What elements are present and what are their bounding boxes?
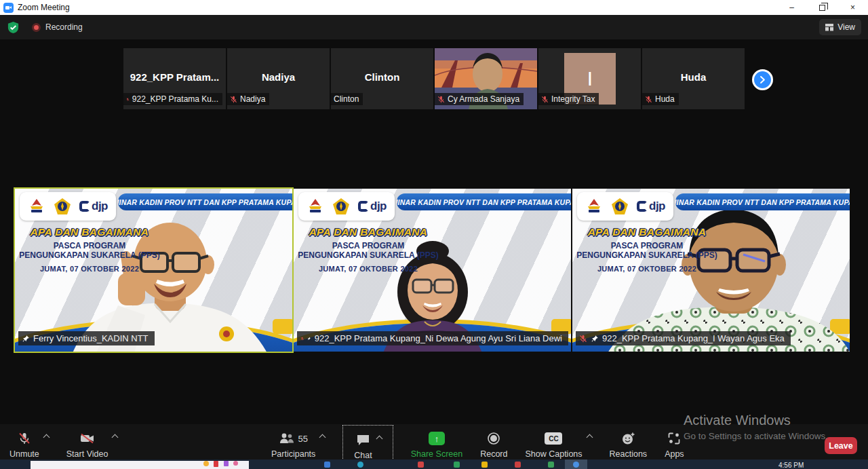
- recording-label: Recording: [45, 22, 83, 32]
- captions-options-caret[interactable]: [586, 434, 593, 441]
- djp-logo: djp: [637, 200, 665, 213]
- meeting-toolbar: Unmute Start Video: [0, 424, 868, 459]
- participant-name: Huda: [642, 71, 745, 83]
- close-button[interactable]: ×: [837, 0, 868, 15]
- kemenkeu-logo: [332, 198, 350, 215]
- restore-button[interactable]: [807, 0, 837, 15]
- mic-muted-icon: [541, 96, 549, 103]
- windows-taskbar[interactable]: 4:56 PM: [0, 459, 868, 469]
- seminar-banner: SEMINAR KADIN PROV NTT DAN KPP PRATAMA K…: [118, 193, 292, 210]
- overlay-heading: APA DAN BAGAIMANA: [575, 226, 719, 238]
- participants-count: 55: [298, 434, 307, 444]
- thumbnail-cy-armada[interactable]: Cy Armada Sanjaya: [435, 48, 537, 109]
- mic-muted-icon: [126, 96, 130, 103]
- start-video-button[interactable]: Start Video: [66, 424, 108, 459]
- chat-focus-ring: Chat: [342, 425, 393, 463]
- participant-label: Integrity Tax: [538, 93, 599, 105]
- participants-options-caret[interactable]: [319, 434, 326, 441]
- confetti-icon: [214, 461, 218, 467]
- record-icon: [487, 432, 500, 445]
- taskbar-app-icon[interactable]: [418, 462, 424, 468]
- taskbar-app-icon[interactable]: [454, 462, 460, 468]
- window-title: Zoom Meeting: [18, 3, 70, 12]
- chat-options-caret[interactable]: [376, 436, 382, 443]
- leave-button[interactable]: Leave: [825, 437, 857, 454]
- overlay-date: JUMAT, 07 OKTOBER 2022: [575, 265, 719, 273]
- djp-logo-mark: [637, 201, 648, 212]
- participant-name: Nadiya: [227, 71, 330, 83]
- taskbar-app-icon[interactable]: [324, 462, 330, 468]
- taskbar-app-icon[interactable]: [548, 462, 554, 468]
- thumbnail-integrity-tax[interactable]: I Integrity Tax: [538, 48, 641, 109]
- recording-icon: [32, 23, 41, 32]
- djp-logo-mark: [79, 201, 90, 212]
- minimize-button[interactable]: –: [776, 0, 807, 15]
- thumbnail-922-kpp[interactable]: 922_KPP Pratam... 922_KPP Pratama Ku...: [123, 48, 226, 109]
- thumbnail-clinton[interactable]: Clinton Clinton: [331, 48, 433, 109]
- participant-label: 922_KPP Pratama Kupang_I Wayan Agus Eka: [576, 331, 791, 345]
- participants-icon: [279, 432, 295, 445]
- taskbar-app-icon[interactable]: [357, 462, 363, 468]
- participant-label: Nadiya: [227, 93, 269, 105]
- recording-indicator[interactable]: Recording: [32, 22, 83, 32]
- mic-muted-icon: [300, 335, 304, 343]
- apps-icon: [667, 432, 681, 445]
- overlay-line1: PASCA PROGRAM: [575, 241, 719, 250]
- participant-name: Clinton: [331, 71, 433, 83]
- share-screen-icon: ↑: [429, 432, 445, 445]
- taskbar-app-icon[interactable]: [515, 462, 521, 468]
- camera-off-icon: [79, 432, 96, 445]
- unmute-button[interactable]: Unmute: [9, 424, 39, 459]
- kemenkeu-logo: [611, 198, 629, 215]
- confetti-icon: [224, 461, 229, 466]
- participant-name: 922_KPP Pratam...: [123, 71, 226, 83]
- pin-icon: [22, 335, 30, 343]
- apps-button[interactable]: Apps: [665, 424, 684, 459]
- video-tile-dewi[interactable]: djp SEMINAR KADIN PROV NTT DAN KPP PRATA…: [294, 189, 571, 352]
- logo-panel: djp: [20, 192, 116, 221]
- view-grid-icon: [825, 24, 833, 31]
- overlay-date: JUMAT, 07 OKTOBER 2022: [18, 265, 161, 273]
- chevron-right-icon: [758, 75, 767, 84]
- zoom-meeting-window: Zoom Meeting – × Recording View 922_KPP …: [0, 0, 868, 469]
- chat-icon: [356, 434, 370, 447]
- taskbar-clock[interactable]: 4:56 PM: [778, 462, 804, 469]
- encryption-shield-icon[interactable]: [7, 21, 20, 34]
- reactions-button[interactable]: Reactions: [610, 424, 648, 459]
- participants-button[interactable]: 55 Participants: [271, 424, 315, 459]
- reactions-icon: [621, 432, 635, 446]
- thumbnail-huda[interactable]: Huda Huda: [642, 48, 745, 109]
- video-tile-ferry[interactable]: djp SEMINAR KADIN PROV NTT DAN KPP PRATA…: [15, 189, 292, 352]
- overlay-line2: PENGUNGKAPAN SUKARELA (PPS): [296, 250, 440, 260]
- show-captions-button[interactable]: CC Show Captions: [525, 424, 582, 459]
- zoom-app-icon: [3, 3, 14, 13]
- overlay-line2: PENGUNGKAPAN SUKARELA (PPS): [18, 250, 161, 260]
- taskbar-app-icon[interactable]: [481, 462, 488, 468]
- overlay-heading: APA DAN BAGAIMANA: [18, 226, 161, 238]
- overlay-line2: PENGUNGKAPAN SUKARELA (PPS): [575, 250, 719, 260]
- participant-label: Cy Armada Sanjaya: [435, 93, 524, 105]
- mic-muted-icon: [437, 96, 445, 103]
- logo-panel: djp: [298, 192, 395, 221]
- next-page-button[interactable]: [752, 69, 773, 90]
- djp-logo-mark: [358, 201, 369, 212]
- taskbar-active-app[interactable]: [565, 459, 587, 469]
- kadin-logo: [28, 198, 45, 215]
- record-button[interactable]: Record: [480, 424, 507, 459]
- mic-muted-icon: [18, 432, 31, 445]
- overlay-line1: PASCA PROGRAM: [296, 241, 440, 250]
- seminar-banner: SEMINAR KADIN PROV NTT DAN KPP PRATAMA K…: [397, 193, 571, 210]
- overlay-heading: APA DAN BAGAIMANA: [296, 226, 440, 238]
- video-options-caret[interactable]: [112, 434, 119, 441]
- unmute-options-caret[interactable]: [43, 434, 50, 441]
- video-gallery: djp SEMINAR KADIN PROV NTT DAN KPP PRATA…: [15, 189, 850, 352]
- share-screen-button[interactable]: ↑ Share Screen: [411, 424, 462, 459]
- meeting-info-bar: Recording View: [0, 15, 868, 39]
- chat-button[interactable]: Chat: [354, 426, 372, 460]
- video-tile-eka[interactable]: djp SEMINAR KADIN PROV NTT DAN KPP PRATA…: [572, 189, 850, 352]
- mic-muted-icon: [645, 96, 652, 103]
- thumbnail-nadiya[interactable]: Nadiya Nadiya: [227, 48, 330, 109]
- confetti-icon: [203, 461, 209, 466]
- view-button[interactable]: View: [819, 19, 861, 35]
- logo-panel: djp: [577, 192, 673, 221]
